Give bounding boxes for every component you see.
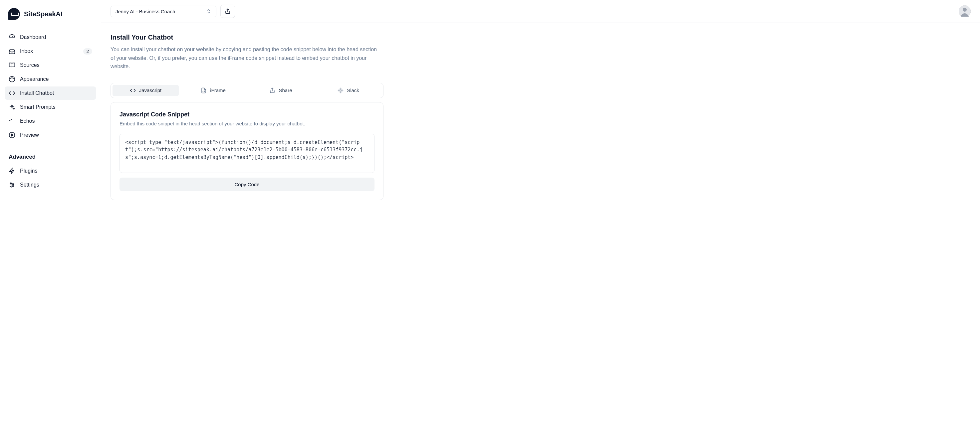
code-panel: Javascript Code Snippet Embed this code … xyxy=(110,102,383,200)
sidebar-item-label: Install Chatbot xyxy=(20,90,92,96)
sidebar-item-label: Plugins xyxy=(20,168,92,174)
gauge-icon xyxy=(9,34,15,41)
chevron-updown-icon xyxy=(206,9,212,14)
sidebar-item-appearance[interactable]: Appearance xyxy=(5,73,96,86)
tab-slack[interactable]: Slack xyxy=(315,85,382,96)
logo-icon xyxy=(8,8,20,20)
svg-rect-17 xyxy=(340,91,341,93)
code-snippet[interactable]: <script type="text/javascript">(function… xyxy=(119,134,374,173)
svg-marker-5 xyxy=(11,134,13,136)
code-icon xyxy=(9,90,15,97)
sidebar-item-settings[interactable]: Settings xyxy=(5,178,96,192)
tab-label: iFrame xyxy=(210,87,226,93)
main: Jenny AI - Business Coach Install Your C… xyxy=(101,0,980,445)
tab-label: Slack xyxy=(347,87,359,93)
palette-icon xyxy=(9,76,15,82)
copy-code-button[interactable]: Copy Code xyxy=(119,177,374,191)
sidebar-item-smart-prompts[interactable]: Smart Prompts xyxy=(5,100,96,114)
svg-point-2 xyxy=(13,79,14,79)
chatbot-selector[interactable]: Jenny AI - Business Coach xyxy=(110,6,216,17)
page-description: You can install your chatbot on your web… xyxy=(110,45,380,71)
sidebar: SiteSpeakAI Dashboard Inbox 2 Sou xyxy=(0,0,101,445)
sidebar-item-inbox[interactable]: Inbox 2 xyxy=(5,44,96,58)
svg-point-10 xyxy=(13,184,14,185)
page-title: Install Your Chatbot xyxy=(110,33,971,41)
sidebar-item-label: Echos xyxy=(20,118,92,124)
svg-point-11 xyxy=(11,186,12,187)
content: Install Your Chatbot You can install you… xyxy=(101,23,980,211)
sidebar-item-echos[interactable]: Echos xyxy=(5,114,96,128)
panel-description: Embed this code snippet in the head sect… xyxy=(119,121,374,127)
svg-rect-18 xyxy=(338,90,340,91)
install-tabs: Javascript iFrame Share xyxy=(110,83,383,98)
sidebar-item-preview[interactable]: Preview xyxy=(5,128,96,142)
inbox-icon xyxy=(9,48,15,55)
brand-name: SiteSpeakAI xyxy=(24,10,62,18)
sidebar-item-label: Appearance xyxy=(20,76,92,82)
advanced-heading: Advanced xyxy=(5,149,96,164)
share-icon xyxy=(269,87,275,93)
sidebar-item-plugins[interactable]: Plugins xyxy=(5,164,96,177)
main-nav: Dashboard Inbox 2 Sources Appearance xyxy=(5,31,96,192)
svg-rect-19 xyxy=(341,90,343,91)
tab-iframe[interactable]: iFrame xyxy=(180,85,247,96)
bolt-icon xyxy=(9,168,15,174)
sidebar-item-label: Sources xyxy=(20,62,92,68)
selector-label: Jenny AI - Business Coach xyxy=(116,9,175,14)
slack-icon xyxy=(337,87,344,93)
svg-rect-16 xyxy=(340,88,341,90)
sparkles-icon xyxy=(9,104,15,111)
sliders-icon xyxy=(9,182,15,188)
user-avatar[interactable] xyxy=(959,5,971,17)
tab-label: Share xyxy=(278,87,292,93)
sidebar-item-sources[interactable]: Sources xyxy=(5,59,96,72)
sidebar-item-label: Smart Prompts xyxy=(20,104,92,110)
book-icon xyxy=(9,62,15,68)
inbox-badge: 2 xyxy=(83,48,92,55)
panel-title: Javascript Code Snippet xyxy=(119,111,374,118)
tab-javascript[interactable]: Javascript xyxy=(113,85,179,96)
svg-point-9 xyxy=(10,182,11,184)
svg-point-1 xyxy=(11,79,11,79)
svg-point-14 xyxy=(963,8,967,12)
sound-icon xyxy=(9,118,15,124)
sidebar-item-dashboard[interactable]: Dashboard xyxy=(5,31,96,44)
file-code-icon xyxy=(201,87,207,93)
svg-point-3 xyxy=(12,78,12,78)
brand-logo[interactable]: SiteSpeakAI xyxy=(5,8,96,20)
tab-share[interactable]: Share xyxy=(248,85,314,96)
play-circle-icon xyxy=(9,132,15,138)
share-icon xyxy=(225,8,231,14)
topbar: Jenny AI - Business Coach xyxy=(101,0,980,23)
code-icon xyxy=(130,87,136,93)
sidebar-item-install-chatbot[interactable]: Install Chatbot xyxy=(5,87,96,100)
share-button[interactable] xyxy=(220,5,235,18)
sidebar-item-label: Dashboard xyxy=(20,34,92,40)
tab-label: Javascript xyxy=(139,87,162,93)
sidebar-item-label: Preview xyxy=(20,132,92,138)
sidebar-item-label: Settings xyxy=(20,182,92,188)
sidebar-item-label: Inbox xyxy=(20,48,78,54)
